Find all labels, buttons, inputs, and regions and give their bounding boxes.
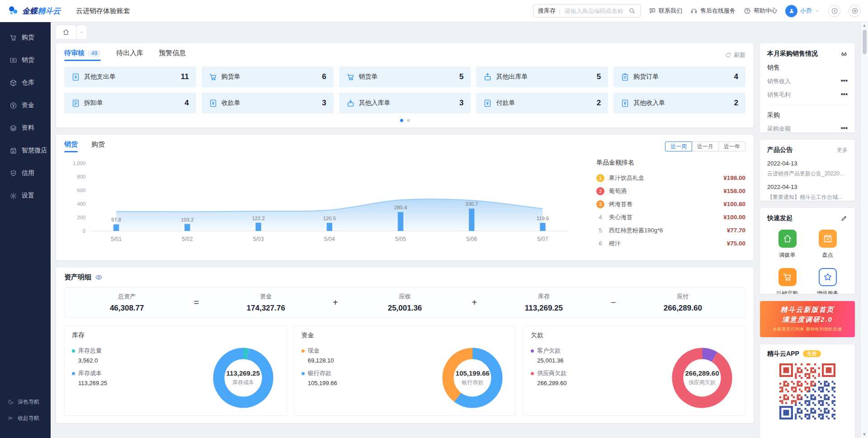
svg-text:800: 800: [77, 174, 85, 179]
stat-purchase-order[interactable]: 购货单 6: [202, 66, 334, 87]
sidebar-item-data[interactable]: 资料: [0, 117, 51, 139]
after-sales-label: 售后在线服务: [700, 7, 736, 15]
brand-light: 精斗云: [38, 7, 61, 15]
page-dot-2[interactable]: [407, 119, 410, 122]
announcement-title[interactable]: 云进销存产品更新公告_20220...: [767, 170, 848, 178]
cart-icon: [783, 272, 793, 282]
sales-card-header: 销货 购货 近一周 近一月 近一年: [64, 140, 745, 152]
stat-purchase-request[interactable]: 购货订单 4: [613, 66, 745, 87]
asset-panel-funds: 资金 现金 69,128.10 银行存款 105,199.66: [294, 325, 516, 416]
history-button[interactable]: [828, 5, 840, 17]
target-button[interactable]: [849, 5, 861, 17]
stat-payment[interactable]: 付款单 2: [476, 93, 608, 113]
dark-nav-toggle[interactable]: 深色导航: [0, 394, 51, 410]
svg-text:400: 400: [77, 201, 85, 207]
donut-center-value: 105,199.66: [456, 369, 490, 377]
more-link[interactable]: 更多: [837, 146, 848, 154]
target-circle-icon: [851, 7, 859, 14]
search-icon[interactable]: [628, 7, 636, 14]
stat-label: 收款单: [222, 99, 241, 107]
after-sales-link[interactable]: 售后在线服务: [690, 7, 736, 15]
tab-dropdown-button[interactable]: [77, 25, 86, 39]
chat-icon: [649, 7, 656, 14]
stat-disassembly[interactable]: 拆卸单 4: [64, 93, 196, 113]
quick-action-transfer[interactable]: 调拨单: [778, 230, 797, 259]
tab-pending-approval[interactable]: 待审核 49: [64, 49, 101, 61]
scroll-up-arrow[interactable]: ▲: [861, 22, 868, 29]
inventory-donut: 113,269.25 库存成本: [209, 344, 277, 412]
tab-purchase[interactable]: 购货: [91, 140, 105, 152]
sidebar-item-microstore[interactable]: 智慧微店: [0, 139, 51, 162]
range-week-button[interactable]: 近一周: [665, 141, 692, 151]
formula-value: 174,327.76: [209, 304, 322, 313]
vertical-scrollbar[interactable]: ▲ ▼: [860, 22, 868, 438]
svg-text:5/04: 5/04: [324, 236, 335, 242]
doc-yen-icon: [71, 73, 80, 81]
product-ranking: 单品金额排名 1 果汁饮品礼盒 ¥198.00 2 葡萄酒 ¥158.00: [596, 155, 745, 250]
help-center-link[interactable]: 帮助中心: [744, 7, 777, 15]
refresh-button[interactable]: 刷新: [725, 51, 745, 59]
user-menu[interactable]: 小乔: [785, 5, 820, 17]
collapse-nav-button[interactable]: 收起导航: [0, 410, 51, 426]
stat-receipt[interactable]: 收款单 3: [202, 93, 334, 113]
contact-us-link[interactable]: 联系我们: [649, 7, 682, 15]
legend-value: 3,562.0: [78, 357, 209, 364]
scroll-down-arrow[interactable]: ▼: [861, 431, 868, 438]
ranking-row: 6 橙汁 ¥75.00: [596, 237, 745, 250]
app-root: 金蝶精斗云 云进销存体验账套 搜库存 | 联系我们 售后在线服务 帮助中心: [0, 0, 868, 438]
stat-other-expense[interactable]: 其他支出单 11: [64, 66, 196, 87]
announcement-title[interactable]: 【重要通知】精斗云工作台城...: [767, 193, 848, 201]
stat-other-income[interactable]: 其他收入单 2: [613, 93, 745, 113]
tab-sales[interactable]: 销货: [64, 140, 78, 152]
rank-amount: ¥77.70: [727, 227, 745, 234]
range-year-button[interactable]: 近一年: [718, 141, 745, 151]
scrollbar-thumb[interactable]: [863, 30, 867, 54]
tab-pending-inout[interactable]: 待出入库: [116, 49, 143, 61]
quick-action-sell-to-order[interactable]: 以销定购: [777, 268, 798, 294]
stock-search[interactable]: 搜库存 |: [533, 4, 641, 18]
headset-icon: [690, 7, 698, 14]
tab-alerts[interactable]: 预警信息: [159, 49, 186, 61]
formula-inventory: 库存 113,269.25: [487, 292, 600, 313]
sidebar-item-credit[interactable]: 信用: [0, 162, 51, 184]
stat-other-inbound[interactable]: 其他入库单 3: [339, 93, 471, 113]
stat-other-outbound[interactable]: 其他出库单 5: [476, 66, 608, 87]
formula-total-assets: 总资产 46,308.77: [70, 292, 184, 313]
account-title: 云进销存体验账套: [76, 7, 130, 15]
page-dot-1[interactable]: [400, 119, 403, 122]
announcement-date[interactable]: 2022-04-13: [767, 160, 848, 167]
quick-action-stocktake[interactable]: 盘点: [819, 230, 837, 259]
search-scope-label[interactable]: 搜库存: [538, 7, 556, 15]
home-tab[interactable]: [56, 25, 76, 39]
sidebar-item-sales[interactable]: 销货: [0, 49, 51, 71]
sidebar-item-warehouse[interactable]: 仓库: [0, 71, 51, 94]
range-month-button[interactable]: 近一月: [692, 141, 719, 151]
sidebar-item-settings[interactable]: 设置: [0, 184, 51, 207]
legend-dot: [72, 372, 75, 375]
logo-icon: [7, 5, 19, 17]
ranking-row: 5 西红柿意粉酱190g*6 ¥77.70: [596, 224, 745, 237]
svg-text:0: 0: [83, 228, 85, 234]
eye-icon[interactable]: [95, 273, 103, 281]
announcement-date[interactable]: 2022-04-13: [767, 184, 848, 190]
sidebar-item-funds[interactable]: 资金: [0, 94, 51, 117]
pending-count-badge: 49: [88, 50, 101, 57]
stat-label: 其他收入单: [633, 99, 665, 107]
collapse-nav-label: 收起导航: [18, 414, 39, 422]
quick-action-value-added[interactable]: 增值服务: [817, 268, 839, 294]
stat-sales-order[interactable]: 销货单 5: [339, 66, 471, 87]
glasses-icon[interactable]: [840, 50, 848, 57]
stat-label: 购货单: [222, 73, 241, 81]
quick-action-label: 盘点: [822, 251, 833, 259]
logo[interactable]: 金蝶精斗云: [7, 5, 66, 17]
tab-label: 待出入库: [116, 49, 143, 57]
collapse-icon: [8, 415, 14, 421]
pencil-icon[interactable]: [840, 215, 848, 222]
search-input[interactable]: [563, 7, 628, 15]
stat-label: 购货订单: [633, 73, 659, 81]
sidebar-item-purchase[interactable]: 购货: [0, 26, 51, 49]
survey-banner[interactable]: 精斗云新版首页 满意度调研2.0 全新首页已到来 期待收到您的反馈: [760, 301, 855, 337]
sales-chart-wrap: 02004006008001,00097.8103.2122.2120.5280…: [64, 155, 585, 250]
free-badge: 免费: [803, 350, 821, 357]
legend-dot: [302, 372, 305, 375]
